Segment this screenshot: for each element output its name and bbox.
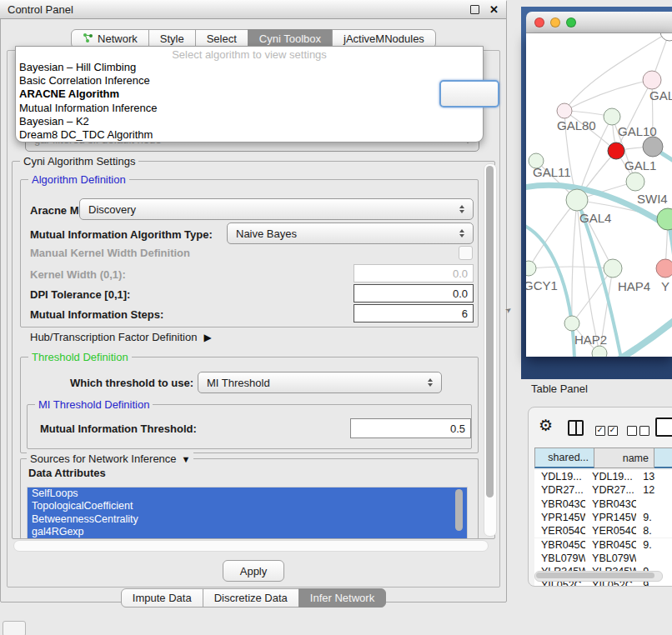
gear-icon[interactable]: ⚙ (539, 416, 553, 435)
column-header[interactable]: shared... (534, 448, 594, 468)
settings-vscrollbar-thumb[interactable] (486, 166, 494, 498)
table-cell: YBL079W (534, 552, 585, 565)
algorithm-dropdown-prompt: Select algorithm to view settings (16, 47, 483, 61)
settings-hscrollbar[interactable] (13, 540, 489, 552)
float-window-icon[interactable] (470, 5, 479, 14)
node-gal80[interactable] (557, 103, 572, 118)
close-traffic-light[interactable] (534, 18, 544, 28)
attribute-item[interactable]: BetweennessCentrality (28, 513, 467, 526)
manual-kernel-checkbox[interactable] (459, 246, 473, 260)
table-row[interactable]: YBR043CYBR043C (534, 498, 672, 511)
bottom-tab-infer-network[interactable]: Infer Network (298, 588, 386, 608)
node-gal7[interactable] (643, 71, 661, 89)
kernel-width-value: 0.0 (453, 268, 468, 280)
bottom-tab-impute-data[interactable]: Impute Data (121, 588, 203, 608)
expand-arrow-icon[interactable]: ▼ (182, 454, 191, 464)
node-hap4[interactable] (604, 259, 622, 278)
node-label: HAP2 (574, 332, 607, 347)
node-unlabeled-green[interactable] (657, 208, 672, 230)
attribute-item[interactable]: SelfLoops (28, 488, 467, 500)
minimized-panel-button[interactable] (3, 621, 26, 635)
node-gcy1[interactable] (526, 261, 536, 276)
bottom-tab-label: Discretize Data (214, 589, 288, 607)
tab-label: Network (98, 30, 138, 48)
table-hscrollbar[interactable] (534, 571, 663, 582)
hide-columns-icon[interactable] (627, 424, 652, 439)
dpi-tolerance-label: DPI Tolerance [0,1]: (30, 288, 130, 301)
table-cell: YDL19... (585, 470, 636, 483)
table-row[interactable]: YER054CYER054C8. (534, 524, 672, 538)
show-selected-columns-icon[interactable] (595, 424, 620, 439)
dropdown-item[interactable]: ARACNE Algorithm (16, 88, 483, 101)
which-threshold-value: MI Threshold (207, 377, 270, 389)
zoom-traffic-light[interactable] (566, 18, 576, 28)
attribute-item[interactable]: TopologicalCoefficient (28, 500, 467, 512)
tab-label: jActiveMNodules (344, 30, 424, 48)
dropdown-item[interactable]: Basic Correlation Inference (16, 74, 483, 88)
collapse-arrow-icon[interactable]: ▶ (203, 332, 211, 343)
mi-type-label: Mutual Information Algorithm Type: (30, 228, 213, 241)
bottom-tab-label: Impute Data (133, 589, 192, 607)
cyni-bottom-tabs: Impute DataDiscretize DataInfer Network (0, 588, 507, 608)
mi-threshold-legend: MI Threshold Definition (35, 398, 153, 411)
focused-combo-sliver[interactable] (439, 80, 499, 108)
node-swi4[interactable] (626, 172, 644, 191)
algorithm-dropdown-popup: Select algorithm to view settings Bayesi… (15, 46, 484, 142)
dropdown-item[interactable]: Dream8 DC_TDC Algorithm (16, 128, 483, 142)
new-table-icon[interactable] (655, 418, 672, 437)
mi-steps-field[interactable]: 6 (354, 304, 474, 322)
table-row[interactable]: YBR045CYBR045C9. (534, 538, 672, 552)
dropdown-item[interactable]: Bayesian – K2 (16, 115, 483, 128)
aracne-mode-combo[interactable]: Discovery (79, 198, 474, 220)
bottom-tab-discretize-data[interactable]: Discretize Data (203, 588, 299, 608)
dropdown-item[interactable]: Bayesian – Hill Climbing (16, 61, 483, 74)
tab-label: Select (207, 30, 237, 48)
network-view-canvas[interactable]: GALGAL80GAL10GAL1GAL11SWI4GAL4GCY1HAP4YH… (526, 33, 672, 357)
sources-legend-label: Sources for Network Inference (30, 452, 177, 465)
network-edge (572, 200, 577, 323)
network-window-titlebar[interactable] (526, 12, 672, 33)
table-cell: 8. (636, 524, 672, 538)
node-gal4[interactable] (566, 189, 588, 211)
mi-threshold-label: Mutual Information Threshold: (40, 422, 197, 435)
attribute-item[interactable]: gal4RGexp (28, 526, 467, 538)
table-row[interactable]: YPR145WYPR145W9. (534, 511, 672, 524)
mi-threshold-field[interactable]: 0.5 (350, 418, 471, 438)
kernel-width-field[interactable]: 0.0 (354, 264, 474, 282)
mi-type-combo[interactable]: Naive Bayes (227, 222, 474, 244)
which-threshold-combo[interactable]: MI Threshold (198, 372, 442, 393)
node-unlabeled-gray[interactable] (643, 137, 663, 157)
tab-label: Cyni Toolbox (259, 30, 321, 48)
table-row[interactable]: YDL19...YDL19...13 (534, 470, 672, 483)
node-salmon[interactable] (656, 259, 672, 278)
settings-vscrollbar[interactable] (484, 163, 497, 537)
table-row[interactable]: YDR27...YDR27...12 (534, 483, 672, 497)
table-cell: YER054C (585, 524, 636, 538)
apply-button-label: Apply (240, 565, 268, 578)
table-hscrollbar-thumb[interactable] (536, 572, 654, 578)
close-icon[interactable]: ✕ (489, 3, 499, 16)
node-unlabeled-top[interactable] (660, 33, 672, 41)
checkbox-unchecked-icon (639, 426, 649, 436)
column-header[interactable]: A (654, 448, 672, 468)
node-gal10[interactable] (604, 108, 620, 125)
table-row[interactable]: YBL079WYBL079W (534, 552, 672, 565)
minimize-traffic-light[interactable] (550, 18, 560, 28)
dropdown-item[interactable]: Mutual Information Inference (16, 102, 483, 115)
table-cell: 9. (636, 511, 672, 524)
apply-button[interactable]: Apply (223, 560, 284, 582)
column-header[interactable]: name (594, 448, 654, 468)
node-gal1[interactable] (608, 142, 624, 159)
node-hap2[interactable] (564, 316, 579, 331)
table-panel-title: Table Panel (531, 382, 588, 395)
control-panel-titlebar: Control Panel ✕ (0, 0, 506, 19)
hub-definition-toggle[interactable]: Hub/Transcription Factor Definition ▶ (30, 331, 212, 343)
split-columns-icon[interactable] (568, 420, 584, 436)
which-threshold-label: Which threshold to use: (70, 377, 193, 389)
sources-legend[interactable]: Sources for Network Inference ▼ (27, 452, 193, 465)
dpi-tolerance-field[interactable]: 0.0 (354, 284, 474, 302)
node-bottom[interactable] (592, 346, 607, 357)
data-attributes-label: Data Attributes (28, 467, 106, 479)
attr-list-scrollbar-thumb[interactable] (455, 489, 463, 531)
stepper-arrows-icon (428, 378, 434, 387)
